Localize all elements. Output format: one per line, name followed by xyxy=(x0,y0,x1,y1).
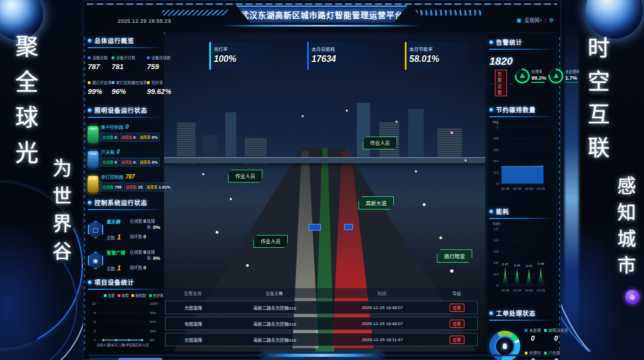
scrollbar-thumb[interactable] xyxy=(118,358,162,360)
gauge-unprocessed: 未处理率 1.7% xyxy=(548,69,579,84)
earth-planet-graphic xyxy=(585,0,643,39)
stat-bullet xyxy=(147,56,150,59)
city-map-view[interactable]: 亮灯率 100% 本月总能耗 17634 本月节能率 58.01% 作业人员 作… xyxy=(164,33,485,352)
calligraphy-left-1: 聚全球光 xyxy=(8,34,41,176)
svg-text:大学园路: 大学园路 xyxy=(123,343,136,347)
arrow-right-icon[interactable]: → xyxy=(508,81,513,86)
header-nav: ▣ 互联网+ | ⚙ xyxy=(516,17,554,24)
section-title: 告警统计 xyxy=(496,38,522,46)
svg-text:100%: 100% xyxy=(150,302,159,305)
kpi-accent xyxy=(307,42,309,70)
nav-portal-link[interactable]: 互联网+ xyxy=(524,17,542,24)
legend-label: 总数 xyxy=(108,293,115,298)
right-stats-panel: 告警统计 1820 ← 告警总数 → 处理率 98.2% xyxy=(487,33,557,352)
section-lighting-devices: 照明设备运行状态 集中控制器:0 在线数0 故障数0 故障率0% 开关箱:0 xyxy=(88,102,163,192)
control-item-broadcast: ◉ 智慧广播 在线数0 故障率:0% 总数:1 损坏数0 xyxy=(88,249,163,272)
stat-value: 0 xyxy=(525,335,541,342)
value-fault-rate: 0% xyxy=(153,255,160,261)
legend-item[interactable]: 完好率 xyxy=(149,293,164,298)
section-title: 照明设备运行状态 xyxy=(94,106,147,114)
stat-value: 0 xyxy=(525,357,541,360)
kpi-value: 100% xyxy=(214,54,267,64)
legend-item[interactable]: 故障 xyxy=(118,293,129,298)
status-badge: 告警 xyxy=(450,336,464,344)
header: 武汉东湖高新区城市路灯智能管理运营平台 2025.12.29 18:55:29 … xyxy=(83,1,561,32)
col-header-time: 时间 xyxy=(328,290,436,296)
project-chart: 12100%975%650%325%00%白杨大道光谷东二路大学园路高新大道 xyxy=(88,298,162,354)
stat-value: 787 xyxy=(88,62,112,71)
section-control-system: 控制系统运行状态 ▢ 显示屏 在线数0 故障率:0% 总数:1 损坏数0 ◉ xyxy=(88,195,163,272)
stat-bullet xyxy=(544,352,547,354)
monitor-icon[interactable]: ▣ xyxy=(516,17,521,23)
tag-label: 作业人员 xyxy=(261,239,281,244)
box-label: 在线数 xyxy=(103,184,114,190)
cell-device-name: 高新二路东光控箱016 xyxy=(221,321,329,327)
right-decor-panel: 时空互联 感知城市 ⊕ xyxy=(561,0,644,360)
chart-scrollbar[interactable] xyxy=(89,358,162,360)
svg-text:12-19: 12-19 xyxy=(513,187,522,190)
svg-text:0: 0 xyxy=(497,284,499,287)
gauge-ring xyxy=(515,69,530,84)
svg-text:0.44: 0.44 xyxy=(514,264,520,267)
section-title: 总体运行概览 xyxy=(94,36,134,45)
box-label: 在线数 xyxy=(103,159,114,165)
box-value: 0% xyxy=(152,160,158,165)
box-label: 故障数 xyxy=(126,184,137,190)
map-tag-road[interactable]: 高新大道 xyxy=(358,196,394,210)
table-row[interactable]: 光缆故障 高新二路东光控箱016 2025-12-29 18:48:07 告警 xyxy=(165,301,478,314)
kpi-label: 本月总能耗 xyxy=(312,45,365,52)
map-tag-worker[interactable]: 作业人员 xyxy=(363,137,397,149)
stat-value: 99% xyxy=(88,87,112,96)
legend-item[interactable]: 总数 xyxy=(104,293,115,298)
stat-label: 设备开灯数 xyxy=(116,55,135,60)
arrow-left-icon[interactable]: ← xyxy=(489,81,494,86)
kpi-card-month-energy: 本月总能耗 17634 xyxy=(307,42,369,70)
calligraphy-right-1: 时空互联 xyxy=(581,36,613,169)
map-tag-worker[interactable]: 作业人员 xyxy=(228,170,262,182)
stat-cell: 设备总数787 xyxy=(88,55,112,71)
legend-item[interactable]: 报修数 xyxy=(131,293,146,298)
gauge-underline xyxy=(565,82,578,83)
alarm-type-carousel[interactable]: ← 告警总数 → xyxy=(489,70,513,96)
broadcast-icon: ◉ xyxy=(88,252,103,269)
stat-bullet xyxy=(112,56,114,59)
floating-action-button[interactable]: ⊕ xyxy=(625,290,640,304)
calligraphy-left-2: 为世界谷 xyxy=(46,158,75,269)
box-label: 在线数 xyxy=(103,134,114,140)
table-row[interactable]: 光缆故障 高新二路东光控箱016 2025-12-29 18:11:47 告警 xyxy=(165,333,478,346)
stat-value: 0 xyxy=(544,357,568,360)
settings-gear-icon[interactable]: ⚙ xyxy=(549,17,554,23)
box-value: 0 xyxy=(133,160,135,165)
section-dot-icon xyxy=(489,108,493,112)
col-header-device-name: 设备名称 xyxy=(220,290,328,296)
map-tag-worker[interactable]: 作业人员 xyxy=(254,235,288,248)
device-stat-box: 在线数0 xyxy=(101,133,119,142)
cell-alarm-name: 光缆故障 xyxy=(166,337,221,343)
bulb-icon xyxy=(503,343,507,349)
gauge-underline xyxy=(531,82,545,83)
svg-text:0: 0 xyxy=(497,182,499,185)
carbon-chart: 10.80.60.40.20t/kg12-1812-1912-2012-21 xyxy=(489,117,556,199)
legend-bullet xyxy=(118,294,120,297)
map-tag-lamp-dim[interactable]: 路灯暗变 xyxy=(437,249,472,263)
svg-text:KWh: KWh xyxy=(493,222,500,226)
page-title: 武汉东湖高新区城市路灯智能管理运营平台 xyxy=(241,9,404,20)
svg-text:t/kg: t/kg xyxy=(493,120,499,124)
box-value: 0% xyxy=(152,135,158,140)
section-dot-icon xyxy=(88,280,92,284)
section-title: 工单处理状态 xyxy=(496,309,536,317)
datetime-display: 2025.12.29 18:55:29 xyxy=(118,18,171,24)
svg-text:0.6: 0.6 xyxy=(494,148,499,152)
tag-label: 作业人员 xyxy=(370,140,390,146)
device-item-switchbox: 开关箱:0 在线数0 故障数0 故障率0% xyxy=(88,149,163,168)
box-label: 故障数 xyxy=(122,159,133,165)
device-stat-box: 故障数0 xyxy=(120,133,138,142)
table-row[interactable]: 电缆故障 高新二路东光控箱016 2025-12-29 18:48:07 告警 xyxy=(165,317,478,330)
device-stat-box: 故障数0 xyxy=(120,158,138,166)
switchbox-device-icon xyxy=(88,151,98,168)
svg-text:0.8: 0.8 xyxy=(494,137,499,140)
stat-cell: 路灯开启率99% xyxy=(88,80,112,96)
stat-label: 故障已关闭 xyxy=(548,327,568,333)
section-underline xyxy=(88,117,163,118)
gauge-needle-icon xyxy=(553,73,559,78)
